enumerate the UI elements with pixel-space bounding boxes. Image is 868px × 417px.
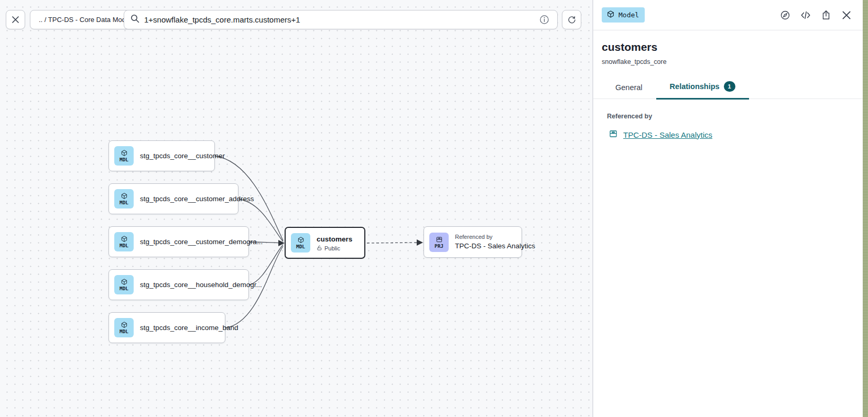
- archive-icon: [436, 236, 443, 243]
- model-badge: MDL: [114, 189, 134, 208]
- model-badge: MDL: [114, 146, 134, 166]
- cube-icon: [121, 149, 128, 157]
- lineage-search: [124, 10, 558, 29]
- archive-icon: [609, 129, 618, 140]
- model-badge: MDL: [291, 233, 310, 253]
- node-stg-tpcds-core-income-band[interactable]: MDL stg_tpcds_core__income_band: [108, 312, 225, 343]
- relationships-count-badge: 1: [724, 81, 735, 92]
- breadcrumb-label: .. / TPC-DS - Core Data Models: [39, 16, 135, 24]
- model-badge-label: MDL: [120, 243, 128, 248]
- explore-icon[interactable]: [778, 8, 792, 22]
- model-badge-label: MDL: [120, 200, 128, 205]
- page-title: customers: [602, 41, 853, 53]
- node-label: stg_tpcds_core__household_demogr...: [140, 281, 262, 289]
- node-stg-tpcds-core-customer-demographics[interactable]: MDL stg_tpcds_core__customer_demogra...: [108, 226, 249, 257]
- node-title: TPC-DS - Sales Analytics: [455, 242, 535, 250]
- node-stg-tpcds-core-household-demographics[interactable]: MDL stg_tpcds_core__household_demogr...: [108, 269, 249, 300]
- resource-type-label: Model: [619, 11, 639, 19]
- referenced-by-link[interactable]: TPC-DS - Sales Analytics: [623, 130, 712, 139]
- lineage-canvas[interactable]: .. / TPC-DS - Core Data Models MDL stg_t…: [0, 0, 593, 417]
- resource-type-badge: Model: [602, 7, 645, 23]
- project-badge-label: PRJ: [435, 244, 443, 249]
- model-badge: MDL: [114, 275, 134, 294]
- cube-icon: [121, 235, 128, 243]
- cube-icon: [121, 278, 128, 286]
- node-label: stg_tpcds_core__customer_address: [140, 195, 254, 203]
- panel-tabs: General Relationships 1: [593, 77, 863, 99]
- node-label: stg_tpcds_core__income_band: [140, 324, 238, 332]
- model-badge-label: MDL: [120, 286, 128, 291]
- referenced-by-item: TPC-DS - Sales Analytics: [593, 120, 863, 140]
- node-label: stg_tpcds_core__customer: [140, 152, 225, 160]
- tab-relationships-label: Relationships: [670, 82, 720, 91]
- tab-general-label: General: [615, 83, 643, 92]
- node-stg-tpcds-core-customer[interactable]: MDL stg_tpcds_core__customer: [108, 140, 215, 171]
- referenced-by-section-label: Referenced by: [593, 99, 863, 120]
- search-icon: [131, 14, 139, 25]
- model-badge-label: MDL: [120, 157, 128, 162]
- access-label: Public: [324, 245, 340, 251]
- detail-panel: Model customers snowflake_tpcds_core: [593, 0, 863, 417]
- close-panel-icon[interactable]: [840, 8, 853, 22]
- close-icon: [12, 16, 19, 24]
- lineage-edges: [0, 0, 593, 417]
- project-badge: PRJ: [429, 233, 449, 252]
- cube-icon: [121, 192, 128, 200]
- cube-icon: [606, 10, 615, 20]
- info-icon[interactable]: [537, 13, 551, 27]
- tab-relationships[interactable]: Relationships 1: [656, 81, 749, 98]
- refresh-icon: [567, 15, 577, 25]
- node-referenced-by-project[interactable]: PRJ Referenced by TPC-DS - Sales Analyti…: [424, 226, 522, 258]
- close-lineage-button[interactable]: [6, 10, 25, 29]
- node-customers-selected[interactable]: MDL customers Public: [285, 227, 365, 259]
- model-badge: MDL: [114, 318, 134, 337]
- lock-open-icon: [317, 245, 322, 252]
- model-badge-label: MDL: [296, 244, 305, 249]
- cube-icon: [121, 321, 128, 328]
- search-input[interactable]: [144, 15, 537, 24]
- tab-general[interactable]: General: [602, 83, 656, 98]
- node-label: stg_tpcds_core__customer_demogra...: [140, 238, 263, 246]
- cube-icon: [297, 236, 305, 244]
- project-subtitle: snowflake_tpcds_core: [602, 58, 853, 65]
- model-badge: MDL: [114, 232, 134, 251]
- refresh-button[interactable]: [562, 10, 581, 29]
- lineage-app: .. / TPC-DS - Core Data Models MDL stg_t…: [0, 0, 868, 417]
- node-kicker: Referenced by: [455, 234, 535, 240]
- code-icon[interactable]: [799, 8, 812, 22]
- model-badge-label: MDL: [120, 329, 128, 334]
- panel-header: Model: [593, 0, 863, 30]
- node-title: customers: [317, 235, 352, 243]
- desktop-wallpaper-strip: [863, 0, 868, 417]
- node-stg-tpcds-core-customer-address[interactable]: MDL stg_tpcds_core__customer_address: [108, 183, 238, 214]
- share-icon[interactable]: [819, 8, 833, 22]
